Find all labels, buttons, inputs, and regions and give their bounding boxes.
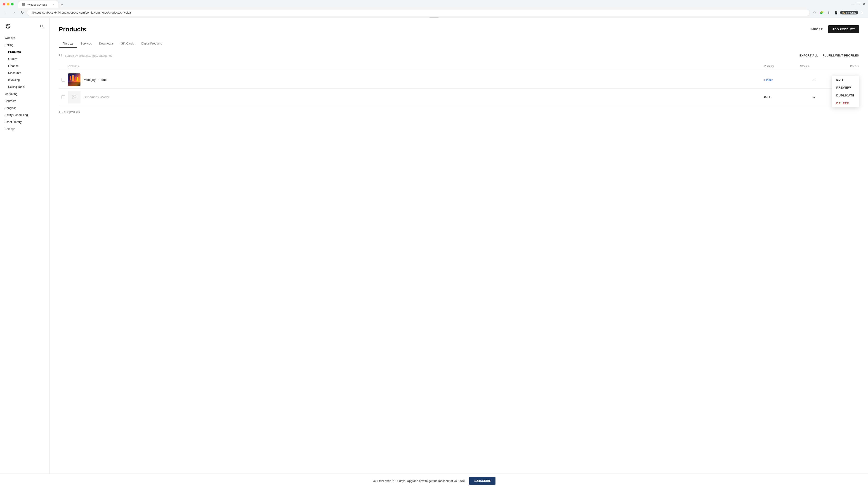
sidebar-item-website[interactable]: Website <box>0 34 50 41</box>
bookmark-button[interactable]: ☆ <box>811 9 817 16</box>
search-input[interactable] <box>65 54 800 57</box>
tab-title: My Moodjoy Site <box>27 3 47 6</box>
tab-favicon <box>22 3 25 6</box>
row-2-checkbox-wrap <box>59 95 68 99</box>
app-layout: Website Selling Products Orders Finance … <box>0 18 868 481</box>
sidebar-navigation: Website Selling Products Orders Finance … <box>0 34 50 132</box>
row-2-visibility[interactable]: Public <box>764 95 800 99</box>
row-1-stock: 1 <box>800 78 827 82</box>
context-menu-preview[interactable]: PREVIEW <box>832 84 859 92</box>
back-button[interactable]: ← <box>3 9 9 16</box>
row-1-product-name[interactable]: Moodjoy Product <box>84 78 107 82</box>
incognito-badge: 🕵 Incognito <box>840 11 858 14</box>
sidebar-item-finance[interactable]: Finance <box>0 62 50 69</box>
tab-bar: My Moodjoy Site ✕ + <box>16 0 849 8</box>
product-tabs: Physical Services Downloads Gift Cards D… <box>59 39 859 48</box>
restore-icon[interactable]: ❐ <box>857 2 860 6</box>
export-all-button[interactable]: EXPORT ALL <box>800 54 818 57</box>
tab-close-button[interactable]: ✕ <box>51 3 55 6</box>
sidebar-item-selling[interactable]: Selling <box>0 41 50 48</box>
sidebar-item-settings[interactable]: Settings <box>0 125 50 132</box>
table-row: Unnamed Product Public ∞ <box>59 89 859 106</box>
svg-line-4 <box>61 56 62 57</box>
column-header-stock: Stock ⇅ <box>800 65 827 68</box>
products-table: Product ⇅ Visibility Stock ⇅ Price ⇅ <box>59 62 859 106</box>
search-box <box>59 53 800 58</box>
row-2-stock: ∞ <box>800 96 827 99</box>
sidebar-item-acuity-scheduling[interactable]: Acuity Scheduling <box>0 111 50 119</box>
sidebar-logo-area <box>0 23 50 34</box>
table-header: Product ⇅ Visibility Stock ⇅ Price ⇅ <box>59 62 859 70</box>
sort-product-icon[interactable]: ⇅ <box>78 65 80 68</box>
row-2-checkbox[interactable] <box>61 95 65 99</box>
incognito-label: Incognito <box>846 11 856 14</box>
context-menu-duplicate[interactable]: DUPLICATE <box>832 92 859 99</box>
sort-stock-icon[interactable]: ⇅ <box>808 65 810 68</box>
page-title: Products <box>59 26 86 33</box>
add-product-button[interactable]: ADD PRODUCT <box>828 25 859 33</box>
column-header-visibility: Visibility <box>764 65 800 68</box>
forward-button[interactable]: → <box>11 9 17 16</box>
svg-rect-0 <box>4 23 12 30</box>
row-2-thumbnail <box>68 91 81 103</box>
browser-actions: ☆ 🧩 ⬇ 📱 🕵 Incognito ⋮ <box>811 9 865 16</box>
sidebar-item-analytics[interactable]: Analytics <box>0 104 50 111</box>
column-header-product: Product ⇅ <box>68 65 764 68</box>
sidebar-item-orders[interactable]: Orders <box>0 55 50 62</box>
new-tab-button[interactable]: + <box>59 2 65 8</box>
svg-line-2 <box>42 27 43 28</box>
maximize-window-button[interactable] <box>11 3 13 5</box>
sidebar-item-discounts[interactable]: Discounts <box>0 69 50 76</box>
sidebar-item-selling-tools[interactable]: Selling Tools <box>0 84 50 90</box>
row-1-checkbox[interactable] <box>61 78 65 82</box>
sidebar-item-invoicing[interactable]: Invoicing <box>0 76 50 84</box>
row-2-product-name[interactable]: Unnamed Product <box>84 95 109 99</box>
sort-price-icon[interactable]: ⇅ <box>857 65 859 68</box>
squarespace-logo[interactable] <box>4 23 12 30</box>
context-menu-edit[interactable]: EDIT <box>832 76 859 84</box>
refresh-button[interactable]: ↻ <box>19 9 25 16</box>
cast-button[interactable]: 📱 <box>833 9 839 16</box>
tab-digital-products[interactable]: Digital Products <box>138 39 165 48</box>
tab-downloads[interactable]: Downloads <box>95 39 117 48</box>
row-1-visibility[interactable]: Hidden <box>764 78 800 82</box>
row-1-product-info: Moodjoy Product <box>68 73 764 86</box>
browser-titlebar: My Moodjoy Site ✕ + ─ ❐ ✕ <box>0 0 868 8</box>
sidebar-item-marketing[interactable]: Marketing <box>0 90 50 97</box>
tab-physical[interactable]: Physical <box>59 39 77 48</box>
context-menu-delete[interactable]: DELETE <box>832 99 859 107</box>
table-row: Moodjoy Product Hidden 1 ₱0.00 ↗ EDIT PR… <box>59 71 859 89</box>
toolbar-actions: EXPORT ALL FULFILLMENT PROFILES <box>800 54 859 57</box>
close-icon[interactable]: ✕ <box>862 2 865 6</box>
minimize-icon[interactable]: ─ <box>851 2 854 6</box>
sidebar-item-products[interactable]: Products <box>0 48 50 55</box>
row-1-checkbox-wrap <box>59 78 68 82</box>
import-button[interactable]: IMPORT <box>808 26 825 33</box>
fulfillment-profiles-button[interactable]: FULFILLMENT PROFILES <box>823 54 859 57</box>
sidebar-search-button[interactable] <box>39 23 45 29</box>
row-2-product-info: Unnamed Product <box>68 91 764 103</box>
browser-chrome: My Moodjoy Site ✕ + ─ ❐ ✕ ← → ↻ ☆ 🧩 ⬇ 📱 … <box>0 0 868 18</box>
header-actions: IMPORT ADD PRODUCT <box>808 25 859 33</box>
trial-text: Your trial ends in 14 days. Upgrade now … <box>373 479 466 481</box>
sidebar: Website Selling Products Orders Finance … <box>0 18 50 481</box>
sidebar-item-asset-library[interactable]: Asset Library <box>0 119 50 125</box>
subscribe-button[interactable]: SUBSCRIBE <box>469 477 496 481</box>
main-content: Products IMPORT ADD PRODUCT Physical Ser… <box>50 18 868 481</box>
column-header-price: Price ⇅ <box>827 65 859 68</box>
extensions-button[interactable]: 🧩 <box>818 9 825 16</box>
url-input[interactable] <box>27 9 809 16</box>
close-window-button[interactable] <box>3 3 5 5</box>
search-icon <box>59 53 62 58</box>
menu-button[interactable]: ⋮ <box>859 9 865 16</box>
tab-gift-cards[interactable]: Gift Cards <box>117 39 138 48</box>
active-tab[interactable]: My Moodjoy Site ✕ <box>18 1 59 8</box>
minimize-window-button[interactable] <box>7 3 9 5</box>
sidebar-item-contacts[interactable]: Contacts <box>0 97 50 104</box>
products-count: 1–2 of 2 products <box>59 110 859 113</box>
traffic-lights <box>3 3 13 5</box>
context-menu: EDIT PREVIEW DUPLICATE DELETE <box>832 76 859 107</box>
address-bar: ← → ↻ ☆ 🧩 ⬇ 📱 🕵 Incognito ⋮ <box>0 8 868 17</box>
tab-services[interactable]: Services <box>77 39 95 48</box>
download-button[interactable]: ⬇ <box>826 9 832 16</box>
